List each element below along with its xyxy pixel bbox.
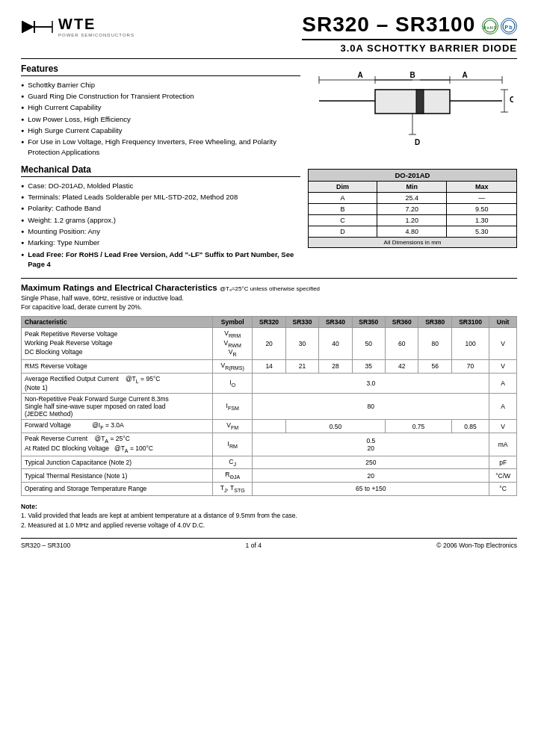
features-diagram-section: Features Schottky Barrier Chip Guard Rin… bbox=[21, 63, 517, 158]
table-row: Typical Junction Capacitance (Note 2) CJ… bbox=[22, 456, 517, 469]
svg-text:B: B bbox=[409, 71, 415, 79]
mechanical-data: Mechanical Data Case: DO-201AD, Molded P… bbox=[21, 164, 300, 270]
footer-right: © 2006 Won-Top Electronics bbox=[436, 542, 517, 549]
col-sr350: SR350 bbox=[352, 317, 385, 328]
certification-icons: RoHS Pb bbox=[482, 18, 517, 34]
logo-wte: WTE bbox=[58, 16, 134, 31]
svg-rect-12 bbox=[416, 90, 424, 114]
mechanical-title: Mechanical Data bbox=[21, 164, 300, 177]
dim-header-dim: Dim bbox=[309, 181, 377, 192]
pb-badge: Pb bbox=[501, 18, 517, 34]
svg-text:A: A bbox=[462, 71, 467, 79]
list-item: Low Power Loss, High Efficiency bbox=[21, 114, 300, 124]
footer-left: SR320 – SR3100 bbox=[21, 542, 70, 549]
diagram-section: A B A C D bbox=[308, 63, 517, 158]
diode-symbol-icon bbox=[21, 13, 54, 40]
title-area: SR320 – SR3100 RoHS Pb 3.0A SCHOTTKY BAR… bbox=[302, 13, 517, 54]
ratings-note1: Single Phase, half wave, 60Hz, resistive… bbox=[21, 294, 517, 312]
table-row: Peak Repetitive Reverse Voltage Working … bbox=[22, 328, 517, 360]
ratings-section: Maximum Ratings and Electrical Character… bbox=[21, 283, 517, 495]
features-section: Features Schottky Barrier Chip Guard Rin… bbox=[21, 63, 300, 158]
col-sr330: SR330 bbox=[285, 317, 318, 328]
mechanical-section: Mechanical Data Case: DO-201AD, Molded P… bbox=[21, 164, 517, 270]
table-row: Average Rectified Output Current @TL = 9… bbox=[22, 373, 517, 394]
col-sr360: SR360 bbox=[386, 317, 418, 328]
col-symbol: Symbol bbox=[213, 317, 253, 328]
table-row: Typical Thermal Resistance (Note 1) RΘJA… bbox=[22, 469, 517, 483]
note-2: 2. Measured at 1.0 MHz and applied rever… bbox=[21, 521, 517, 530]
col-characteristic: Characteristic bbox=[22, 317, 213, 328]
ratings-header-row: Characteristic Symbol SR320 SR330 SR340 … bbox=[22, 317, 517, 328]
table-row: Forward Voltage @IF = 3.0A VFM 0.50 0.75… bbox=[22, 420, 517, 433]
list-item: Weight: 1.2 grams (approx.) bbox=[21, 215, 300, 225]
table-row: A 25.4 — bbox=[309, 192, 517, 203]
list-item: For Use in Low Voltage, High Frequency I… bbox=[21, 137, 300, 157]
table-row: RMS Reverse Voltage VR(RMS) 14 21 28 35 … bbox=[22, 360, 517, 374]
logo-text-area: WTE POWER SEMICONDUCTORS bbox=[58, 16, 134, 37]
svg-rect-11 bbox=[375, 90, 450, 114]
header: WTE POWER SEMICONDUCTORS SR320 – SR3100 … bbox=[21, 13, 517, 54]
features-list: Schottky Barrier Chip Guard Ring Die Con… bbox=[21, 80, 300, 157]
list-item: Lead Free: For RoHS / Lead Free Version,… bbox=[21, 250, 300, 270]
table-row: B 7.20 9.50 bbox=[309, 203, 517, 214]
list-item: Marking: Type Number bbox=[21, 238, 300, 247]
dimensions-table: Dim Min Max A 25.4 — B 7.20 9.50 bbox=[308, 181, 517, 238]
table-row: Peak Reverse Current @TA = 25°CAt Rated … bbox=[22, 433, 517, 456]
svg-text:A: A bbox=[357, 71, 362, 79]
list-item: Polarity: Cathode Band bbox=[21, 203, 300, 213]
table-row: Operating and Storage Temperature Range … bbox=[22, 482, 517, 495]
dim-header-max: Max bbox=[447, 181, 517, 192]
list-item: High Current Capability bbox=[21, 102, 300, 112]
mechanical-list: Case: DO-201AD, Molded Plastic Terminals… bbox=[21, 181, 300, 269]
col-sr380: SR380 bbox=[418, 317, 451, 328]
col-sr320: SR320 bbox=[253, 317, 285, 328]
list-item: Case: DO-201AD, Molded Plastic bbox=[21, 181, 300, 190]
dimensions-note: All Dimensions in mm bbox=[308, 238, 517, 248]
table-row: D 4.80 5.30 bbox=[309, 226, 517, 237]
notes-title: Note: bbox=[21, 502, 517, 512]
table-row: C 1.20 1.30 bbox=[309, 214, 517, 226]
svg-text:C: C bbox=[510, 96, 513, 104]
svg-marker-2 bbox=[22, 21, 34, 33]
footer-center: 1 of 4 bbox=[246, 542, 262, 549]
dimensions-table-wrap: DO-201AD Dim Min Max A 25.4 — bbox=[308, 169, 517, 248]
header-divider bbox=[21, 58, 517, 59]
dim-header-min: Min bbox=[377, 181, 447, 192]
logo-sub: POWER SEMICONDUCTORS bbox=[58, 33, 134, 37]
footer: SR320 – SR3100 1 of 4 © 2006 Won-Top Ele… bbox=[21, 538, 517, 549]
col-sr340: SR340 bbox=[319, 317, 352, 328]
list-item: Mounting Position: Any bbox=[21, 226, 300, 236]
ratings-title: Maximum Ratings and Electrical Character… bbox=[21, 283, 517, 292]
table-row: Non-Repetitive Peak Forward Surge Curren… bbox=[22, 394, 517, 420]
dimensions-table-title: DO-201AD bbox=[308, 169, 517, 181]
package-diagram: A B A C D bbox=[312, 63, 513, 153]
svg-text:D: D bbox=[415, 138, 420, 146]
svg-text:RoHS: RoHS bbox=[483, 25, 497, 30]
list-item: Schottky Barrier Chip bbox=[21, 80, 300, 90]
dimensions-table-area: DO-201AD Dim Min Max A 25.4 — bbox=[308, 164, 517, 270]
part-number: SR320 – SR3100 RoHS Pb bbox=[302, 13, 517, 37]
list-item: High Surge Current Capability bbox=[21, 126, 300, 135]
svg-text:Pb: Pb bbox=[505, 25, 513, 30]
features-title: Features bbox=[21, 63, 300, 76]
logo-area: WTE POWER SEMICONDUCTORS bbox=[21, 13, 134, 40]
bottom-notes: Note: 1. Valid provided that leads are k… bbox=[21, 502, 517, 530]
subtitle: 3.0A SCHOTTKY BARRIER DIODE bbox=[302, 39, 517, 54]
col-unit: Unit bbox=[489, 317, 517, 328]
ratings-divider bbox=[21, 278, 517, 279]
list-item: Terminals: Plated Leads Solderable per M… bbox=[21, 192, 300, 202]
col-sr3100: SR3100 bbox=[451, 317, 489, 328]
list-item: Guard Ring Die Construction for Transien… bbox=[21, 91, 300, 101]
ratings-table: Characteristic Symbol SR320 SR330 SR340 … bbox=[21, 316, 517, 496]
note-1: 1. Valid provided that leads are kept at… bbox=[21, 511, 517, 521]
rohs-badge: RoHS bbox=[482, 18, 498, 34]
